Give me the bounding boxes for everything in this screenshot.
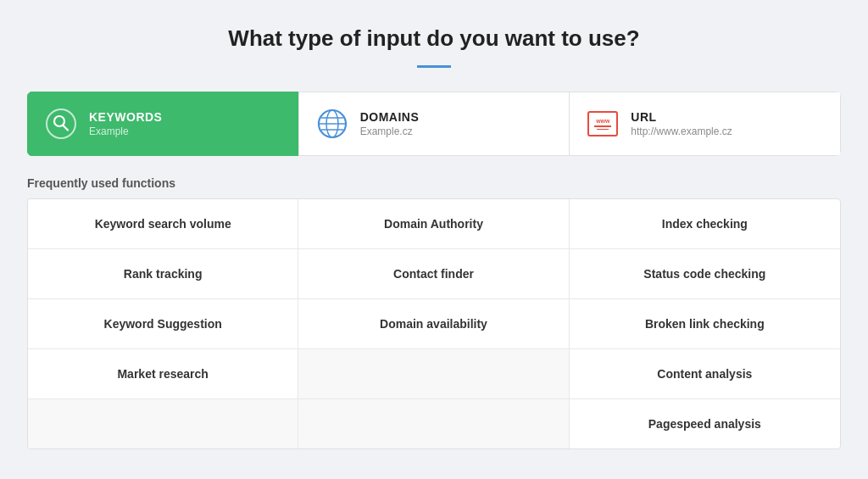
function-empty-4-2 [298, 349, 569, 398]
domains-subtitle: Example.cz [360, 125, 420, 137]
function-market-research[interactable]: Market research [28, 349, 298, 398]
input-type-domains[interactable]: DOMAINS Example.cz [298, 92, 570, 156]
url-subtitle: http://www.example.cz [631, 125, 732, 137]
functions-row-4: Market research Content analysis [28, 349, 840, 399]
function-index-checking[interactable]: Index checking [570, 199, 840, 248]
function-status-code-checking[interactable]: Status code checking [570, 249, 840, 298]
svg-line-2 [64, 125, 69, 131]
functions-table: Keyword search volume Domain Authority I… [27, 198, 841, 449]
function-rank-tracking[interactable]: Rank tracking [28, 249, 298, 298]
url-card-text: URL http://www.example.cz [631, 110, 732, 137]
page-title: What type of input do you want to use? [27, 25, 841, 52]
function-keyword-search-volume[interactable]: Keyword search volume [28, 199, 298, 248]
function-pagespeed-analysis[interactable]: Pagespeed analysis [570, 399, 840, 448]
svg-point-0 [47, 109, 75, 138]
functions-section-label: Frequently used functions [27, 176, 841, 190]
functions-row-1: Keyword search volume Domain Authority I… [28, 199, 840, 249]
functions-row-2: Rank tracking Contact finder Status code… [28, 249, 840, 299]
functions-row-3: Keyword Suggestion Domain availability B… [28, 299, 840, 349]
keywords-subtitle: Example [89, 125, 162, 137]
functions-row-5: Pagespeed analysis [28, 399, 840, 448]
input-type-selector: KEYWORDS Example DOMAINS Example.cz [27, 92, 841, 156]
function-domain-authority[interactable]: Domain Authority [298, 199, 569, 248]
keywords-icon [45, 108, 77, 140]
keywords-label: KEYWORDS [89, 110, 162, 124]
function-keyword-suggestion[interactable]: Keyword Suggestion [28, 299, 298, 348]
keywords-card-text: KEYWORDS Example [89, 110, 162, 137]
url-icon: www [587, 108, 619, 140]
domains-icon [316, 108, 348, 140]
function-empty-5-2 [298, 399, 569, 448]
domains-card-text: DOMAINS Example.cz [360, 110, 420, 137]
function-content-analysis[interactable]: Content analysis [570, 349, 840, 398]
input-type-url[interactable]: www URL http://www.example.cz [569, 92, 841, 156]
title-divider [417, 65, 451, 68]
function-domain-availability[interactable]: Domain availability [298, 299, 569, 348]
domains-label: DOMAINS [360, 110, 420, 124]
function-contact-finder[interactable]: Contact finder [298, 249, 569, 298]
main-container: What type of input do you want to use? K… [27, 25, 841, 449]
function-broken-link-checking[interactable]: Broken link checking [570, 299, 840, 348]
input-type-keywords[interactable]: KEYWORDS Example [27, 92, 298, 156]
url-label: URL [631, 110, 732, 124]
function-empty-5-1 [28, 399, 298, 448]
